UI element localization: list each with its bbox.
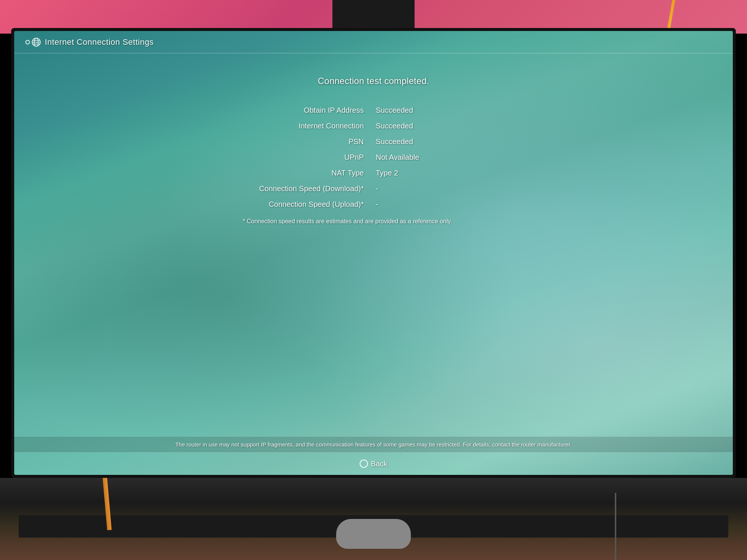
back-button[interactable]: Back — [360, 460, 387, 468]
tv-bezel: Internet Connection Settings Connection … — [11, 28, 736, 478]
bottom-nav: Back — [14, 452, 733, 475]
globe-icon — [31, 37, 41, 47]
main-content: Connection test completed. Obtain IP Add… — [14, 53, 733, 445]
result-label: Connection Speed (Download)* — [243, 183, 370, 194]
result-label: NAT Type — [243, 168, 370, 178]
warning-text: The router in use may not support IP fra… — [25, 441, 722, 448]
result-label: PSN — [243, 136, 370, 147]
result-value: - — [370, 199, 378, 209]
disclaimer-text: * Connection speed results are estimates… — [243, 217, 504, 226]
circle-button-icon — [360, 460, 368, 468]
bottom-warning-bar: The router in use may not support IP fra… — [14, 436, 733, 452]
table-row: UPnPNot Available — [243, 152, 504, 162]
results-table: Obtain IP AddressSucceededInternet Conne… — [243, 105, 504, 215]
wire — [615, 493, 616, 560]
tv-screen: Internet Connection Settings Connection … — [14, 31, 733, 475]
table-row: Connection Speed (Upload)*- — [243, 199, 504, 209]
result-value: Not Available — [370, 152, 419, 162]
header-bar: Internet Connection Settings — [14, 31, 733, 53]
controller — [336, 519, 411, 549]
table-row: Internet ConnectionSucceeded — [243, 121, 504, 131]
table-row: Obtain IP AddressSucceeded — [243, 105, 504, 115]
bottom-physical-area — [0, 478, 747, 560]
result-label: Internet Connection — [243, 121, 370, 131]
table-row: NAT TypeType 2 — [243, 168, 504, 178]
small-circle-icon — [25, 40, 30, 44]
result-value: Succeeded — [370, 105, 413, 115]
result-label: UPnP — [243, 152, 370, 162]
result-value: - — [370, 183, 378, 194]
result-label: Connection Speed (Upload)* — [243, 199, 370, 209]
result-value: Succeeded — [370, 121, 413, 131]
back-label: Back — [371, 460, 387, 468]
completion-message: Connection test completed. — [318, 76, 430, 86]
result-value: Type 2 — [370, 168, 398, 178]
table-row: PSNSucceeded — [243, 136, 504, 147]
table-row: Connection Speed (Download)*- — [243, 183, 504, 194]
page-title: Internet Connection Settings — [45, 37, 154, 47]
top-center-object — [332, 0, 415, 32]
result-label: Obtain IP Address — [243, 105, 370, 115]
result-value: Succeeded — [370, 136, 413, 147]
